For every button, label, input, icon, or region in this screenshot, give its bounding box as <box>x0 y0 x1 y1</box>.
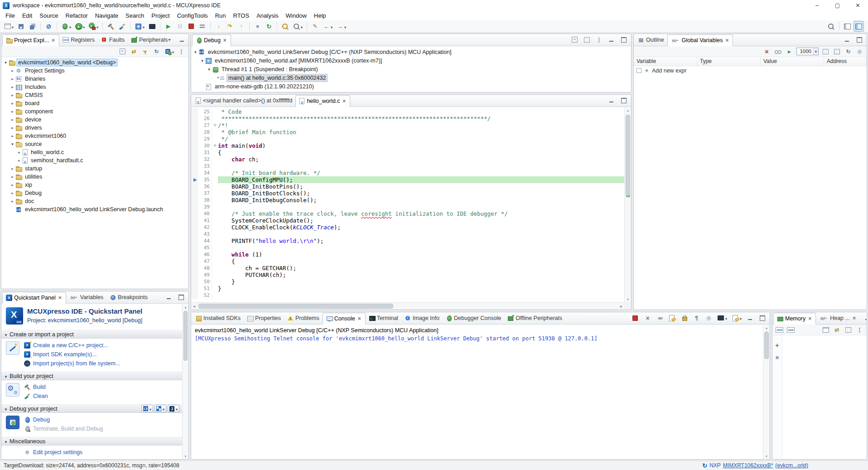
scroll-down-icon[interactable] <box>625 296 631 302</box>
menu-run[interactable]: Run <box>212 11 230 20</box>
menu-help[interactable]: Help <box>310 11 330 20</box>
close-icon[interactable] <box>357 315 362 322</box>
debug-item-arm-none-eabi-gdb-12-1-90-20221210[interactable]: arm-none-eabi-gdb (12.1.90.20221210) <box>191 82 631 91</box>
console-tab-properties[interactable]: Properties <box>244 312 284 324</box>
project-item-board[interactable]: board <box>1 99 188 107</box>
project-item-evkcmimxrt1060-hello-world-debug[interactable]: evkcmimxrt1060_hello_world <Debug> <box>1 58 188 67</box>
scroll-thumb[interactable] <box>183 311 188 361</box>
pexp-tab-registers[interactable]: Registers <box>59 34 98 46</box>
view-menu-icon[interactable] <box>594 34 604 45</box>
menu-project[interactable]: Project <box>148 11 173 20</box>
scroll-lock-icon[interactable] <box>679 313 690 324</box>
run-icon[interactable] <box>73 21 86 32</box>
instruction-stepping-icon[interactable] <box>252 21 263 32</box>
console-tab-offline-peripherals[interactable]: Offline Peripherals <box>504 312 565 324</box>
menu-edit[interactable]: Edit <box>19 11 36 20</box>
project-item-semihost-hardfault-c[interactable]: semihost_hardfault.c <box>1 156 188 165</box>
minimize-icon[interactable] <box>606 34 617 45</box>
column-header-address[interactable]: Address <box>824 57 867 66</box>
back-icon[interactable] <box>321 21 334 32</box>
close-icon[interactable] <box>724 37 729 44</box>
menu-search[interactable]: Search <box>122 11 148 20</box>
menu-window[interactable]: Window <box>282 11 310 20</box>
scroll-thumb[interactable] <box>626 115 630 196</box>
link-renderings-icon[interactable] <box>832 325 842 335</box>
terminate-icon[interactable] <box>186 21 196 32</box>
skip-all-breakpoints-icon[interactable] <box>43 21 54 32</box>
debug-item-evkcmimxrt1060-hello-world-axf-mimxrt1062x[interactable]: evkcmimxrt1060_hello_world.axf [MIMXRT10… <box>191 56 631 65</box>
clean-icon[interactable] <box>117 21 127 32</box>
step-into-icon[interactable] <box>213 21 224 32</box>
minimize-icon[interactable] <box>177 34 187 45</box>
select-checkbox[interactable] <box>637 68 641 73</box>
step-return-icon[interactable] <box>236 21 246 32</box>
expand-arrow-icon[interactable] <box>10 117 15 122</box>
add-memory-monitor-icon[interactable] <box>772 339 782 350</box>
section-header-build-your-project[interactable]: Build your project <box>1 372 182 380</box>
word-wrap-icon[interactable] <box>691 313 702 324</box>
open-console-icon[interactable] <box>730 313 743 324</box>
scroll-down-icon[interactable] <box>183 453 188 459</box>
refresh-icon[interactable] <box>151 46 162 57</box>
link-debug[interactable]: Debug <box>24 416 103 423</box>
memory-monitor-2-icon[interactable] <box>786 325 796 335</box>
save-all-icon[interactable] <box>27 21 38 32</box>
close-icon[interactable] <box>852 315 857 321</box>
menu-source[interactable]: Source <box>36 11 62 20</box>
debug-view-layout-icon[interactable] <box>582 34 592 45</box>
maximize-icon[interactable] <box>189 34 189 45</box>
debug-item-thread-1-1-suspended-breakpoint[interactable]: Thread #1 1 (Suspended : Breakpoint) <box>191 65 631 73</box>
scroll-thumb[interactable] <box>198 304 393 309</box>
console-tab-debugger-console[interactable]: Debugger Console <box>443 312 504 324</box>
console-tab-image-info[interactable]: Image Info <box>401 312 443 324</box>
expand-arrow-icon[interactable] <box>193 50 198 54</box>
section-header-miscellaneous[interactable]: Miscellaneous <box>1 437 182 446</box>
expand-arrow-icon[interactable] <box>10 166 15 171</box>
project-item-evkcmimxrt1060[interactable]: evkcmimxrt1060 <box>1 132 188 140</box>
update-interval-spinner[interactable]: 1000 <box>796 48 819 55</box>
external-tools-icon[interactable] <box>87 21 100 32</box>
probe-pe-button[interactable] <box>154 405 166 412</box>
menu-navigate[interactable]: Navigate <box>92 11 122 20</box>
editor-tab-hello-world-c[interactable]: hello_world.c <box>295 95 350 107</box>
editor-vertical-scrollbar[interactable] <box>624 107 631 302</box>
maximize-icon[interactable] <box>618 34 629 45</box>
scroll-thumb[interactable] <box>764 332 769 359</box>
expand-arrow-icon[interactable] <box>16 158 22 163</box>
minimize-icon[interactable] <box>606 95 617 106</box>
scroll-up-icon[interactable] <box>625 107 631 113</box>
menu-file[interactable]: File <box>2 11 19 20</box>
display-selected-console-icon[interactable] <box>716 313 728 324</box>
maximize-icon[interactable] <box>618 95 629 106</box>
debug-item-main-at-hello-world-c-35-0x60002432[interactable]: main() at hello_world.c:35 0x60002432 <box>191 73 631 82</box>
quickstart-scrollbar[interactable] <box>182 304 188 459</box>
link-edit-project-settings[interactable]: Edit project settings <box>24 449 82 456</box>
pin-icon[interactable] <box>854 46 865 57</box>
section-header-create-or-import-a-project[interactable]: Create or import a project <box>1 330 182 339</box>
spinner-down-icon[interactable] <box>814 52 818 55</box>
quickstart-tab-breakpoints[interactable]: Breakpoints <box>106 291 151 303</box>
memory-tab-memory[interactable]: Memory <box>773 313 816 325</box>
probe-ls-button[interactable] <box>141 405 153 412</box>
column-header-value[interactable]: Value <box>761 57 824 66</box>
expand-arrow-icon[interactable] <box>10 142 15 146</box>
close-button[interactable]: ✕ <box>848 0 868 11</box>
collapse-all-icon[interactable] <box>569 34 580 45</box>
restart-icon[interactable] <box>264 21 274 32</box>
code-editor[interactable]: 25 * Code26 ****************************… <box>191 107 624 302</box>
close-icon[interactable] <box>51 37 56 44</box>
filters-icon[interactable] <box>140 46 150 57</box>
console-output[interactable]: evkcmimxrt1060_hello_world LinkServer De… <box>191 325 763 459</box>
link-build[interactable]: Build <box>24 383 48 391</box>
expand-arrow-icon[interactable] <box>10 174 15 179</box>
console-tab-problems[interactable]: Problems <box>284 312 323 324</box>
minimize-button[interactable]: – <box>807 0 827 11</box>
quickstart-tab-variables[interactable]: Variables <box>66 291 106 303</box>
project-item-debug[interactable]: Debug <box>1 189 188 197</box>
scroll-up-icon[interactable] <box>763 325 770 331</box>
part-link[interactable]: MIMXRT1062xxxxB* <box>723 462 773 469</box>
close-icon[interactable] <box>222 37 227 44</box>
expand-arrow-icon[interactable] <box>199 58 205 63</box>
fold-minus-icon[interactable] <box>212 122 218 129</box>
pexp-tab-faults[interactable]: Faults <box>98 34 128 46</box>
